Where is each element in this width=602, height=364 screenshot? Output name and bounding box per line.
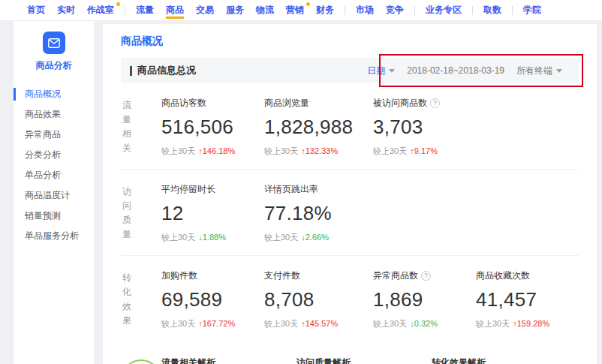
metric-card-favorites: 商品收藏次数 41,457 较上30天↑159.28% — [476, 269, 579, 329]
metric-title: 支付件数 — [264, 269, 300, 282]
compare-label: 较上30天 — [264, 233, 298, 242]
nav-item-service[interactable]: 服务 — [220, 0, 250, 20]
nav-item-realtime[interactable]: 实时 — [51, 0, 81, 20]
nav-item-home[interactable]: 首页 — [21, 0, 51, 20]
nav-divider — [345, 6, 345, 15]
metric-row-conversion: 转化效果 加购件数 69,589 较上30天↑167.72% 支付件数 8,70… — [121, 256, 579, 341]
dashboard-screen: 首页 实时 作战室 流量 商品 交易 服务 物流 营销 财务 市场 竞争 业务专… — [0, 0, 602, 364]
sidebar-item-category-analysis[interactable]: 分类分析 — [14, 145, 94, 165]
metric-card-pageviews: 商品浏览量 1,828,988 较上30天↑132.33% — [264, 97, 373, 157]
sidebar-item-single-product-analysis[interactable]: 单品分析 — [14, 165, 94, 185]
compare-label: 较上30天 — [476, 319, 510, 328]
metric-card-cart-adds: 加购件数 69,589 较上30天↑167.72% — [161, 269, 264, 329]
nav-item-label: 作战室 — [87, 4, 114, 17]
nav-group: 流量 商品 交易 服务 物流 营销 财务 — [130, 0, 340, 20]
nav-item-warroom[interactable]: 作战室 — [81, 0, 120, 20]
sidebar-menu: 商品概况 商品效果 异常商品 分类分析 单品分析 商品温度计 销量预测 单品服务… — [14, 84, 94, 246]
insight-title: 流量相关解析 — [161, 356, 296, 364]
insight-traffic-column: 流量相关解析 — [161, 356, 296, 364]
nav-item-logistics[interactable]: 物流 — [250, 0, 280, 20]
date-filter-label: 日期 — [367, 65, 385, 77]
data-interpretation-badge: 7天 数据解读 — [121, 359, 161, 364]
main-content: 商品概况 商品信息总况 日期 2018-02-18~2018-03-19 所有终… — [94, 21, 602, 364]
metric-group-label: 流量相关 — [121, 97, 161, 157]
metric-row-traffic: 流量相关 商品访客数 516,506 较上30天↑146.18% 商品浏览量 1… — [121, 83, 579, 170]
metric-value: 1,869 — [373, 288, 476, 311]
terminal-filter-label: 所有终端 — [516, 65, 552, 77]
date-range-value[interactable]: 2018-02-18~2018-03-19 — [407, 65, 504, 76]
sidebar-panel: 商品分析 商品概况 商品效果 异常商品 分类分析 单品分析 商品温度计 销量预测… — [14, 21, 94, 364]
metric-delta: ↓2.66% — [301, 233, 329, 242]
compare-label: 较上30天 — [161, 319, 195, 328]
metric-value: 1,828,988 — [264, 116, 373, 139]
compare-label: 较上30天 — [264, 319, 298, 328]
nav-group: 学院 — [517, 0, 547, 20]
nav-item-label: 营销 — [286, 4, 304, 17]
nav-divider — [414, 6, 415, 15]
nav-item-data-extract[interactable]: 取数 — [477, 0, 507, 20]
sidebar-item-single-product-service[interactable]: 单品服务分析 — [14, 226, 94, 246]
section-title: 商品信息总况 — [137, 64, 196, 77]
metric-title: 被访问商品数 — [373, 97, 427, 110]
date-filter-dropdown[interactable]: 日期 — [367, 65, 395, 77]
section-marker — [130, 66, 132, 76]
metric-delta: ↓1.88% — [198, 233, 226, 242]
nav-divider — [125, 6, 125, 15]
nav-item-finance[interactable]: 财务 — [310, 0, 340, 20]
metric-delta: ↓0.32% — [410, 319, 438, 328]
metric-title: 商品收藏次数 — [476, 269, 530, 282]
metric-value: 516,506 — [161, 116, 264, 139]
compare-label: 较上30天 — [161, 233, 195, 242]
nav-item-market[interactable]: 市场 — [350, 0, 380, 20]
metric-card-visitors: 商品访客数 516,506 较上30天↑146.18% — [161, 97, 264, 157]
nav-item-marketing[interactable]: 营销 — [280, 0, 310, 20]
nav-item-competition[interactable]: 竞争 — [380, 0, 410, 20]
nav-item-academy[interactable]: 学院 — [517, 0, 547, 20]
help-icon[interactable]: ? — [430, 98, 440, 108]
compare-label: 较上30天 — [161, 146, 195, 155]
nav-item-product[interactable]: 商品 — [160, 0, 190, 20]
nav-group: 业务专区 — [420, 0, 468, 20]
sidebar-item-abnormal-products[interactable]: 异常商品 — [14, 125, 94, 145]
nav-item-trade[interactable]: 交易 — [190, 0, 220, 20]
nav-item-business-zone[interactable]: 业务专区 — [420, 0, 468, 20]
metric-delta: ↑146.18% — [198, 146, 235, 155]
top-navigation: 首页 实时 作战室 流量 商品 交易 服务 物流 营销 财务 市场 竞争 业务专… — [0, 0, 602, 21]
nav-divider — [472, 6, 473, 15]
metric-value: 77.18% — [264, 202, 373, 225]
compare-label: 较上30天 — [373, 146, 407, 155]
sidebar-item-sales-forecast[interactable]: 销量预测 — [14, 206, 94, 226]
sidebar-section-title: 商品分析 — [14, 59, 94, 72]
metric-delta: ↑145.57% — [301, 319, 338, 328]
sidebar-item-product-effect[interactable]: 商品效果 — [14, 104, 94, 125]
insight-quality-column: 访问质量解析 虽然商品详情页日均跳出率比同行平均好，但平均停留时间低于同行平均，… — [296, 356, 432, 364]
chevron-down-icon — [556, 69, 562, 73]
metric-card-bounce-rate: 详情页跳出率 77.18% 较上30天↓2.66% — [264, 183, 373, 243]
sidebar: 商品分析 商品概况 商品效果 异常商品 分类分析 单品分析 商品温度计 销量预测… — [0, 21, 94, 364]
nav-group: 市场 竞争 — [350, 0, 410, 20]
metric-delta: ↑132.33% — [301, 146, 338, 155]
metric-delta: ↑9.17% — [410, 146, 438, 155]
metric-value: 8,708 — [264, 288, 373, 311]
metric-group-label: 转化效果 — [121, 269, 161, 329]
sidebar-item-product-overview[interactable]: 商品概况 — [14, 84, 94, 104]
section-header: 商品信息总况 日期 2018-02-18~2018-03-19 所有终端 — [121, 58, 579, 83]
filter-bar: 日期 2018-02-18~2018-03-19 所有终端 — [367, 65, 570, 77]
mail-icon — [43, 32, 65, 54]
nav-item-traffic[interactable]: 流量 — [130, 0, 160, 20]
metric-value: 12 — [161, 202, 264, 225]
insight-conversion-column: 转化效果解析 加购转化率表现还不错，但支付转化率低于同行平均，赶快使用营销商品功… — [432, 356, 567, 364]
sidebar-section-header: 商品分析 — [14, 21, 94, 72]
sidebar-item-product-thermometer[interactable]: 商品温度计 — [14, 185, 94, 206]
terminal-filter-dropdown[interactable]: 所有终端 — [516, 65, 562, 77]
nav-group: 首页 实时 作战室 — [21, 0, 120, 20]
metric-title: 平均停留时长 — [161, 183, 215, 196]
metric-value: 3,703 — [373, 116, 476, 139]
metric-title: 异常商品数 — [373, 269, 418, 282]
compare-label: 较上30天 — [264, 146, 298, 155]
metric-value: 69,589 — [161, 288, 264, 311]
chevron-down-icon — [389, 69, 395, 73]
nav-group: 取数 — [477, 0, 507, 20]
insight-title: 访问质量解析 — [296, 356, 432, 364]
help-icon[interactable]: ? — [421, 271, 431, 281]
